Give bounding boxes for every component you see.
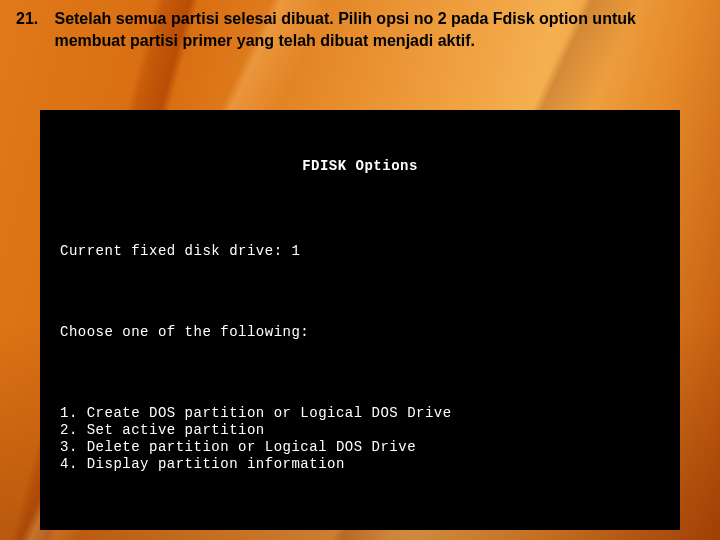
fdisk-terminal: FDISK Options Current fixed disk drive: … bbox=[40, 110, 680, 530]
option-1: 1. Create DOS partition or Logical DOS D… bbox=[60, 405, 452, 421]
slide: 21. Setelah semua partisi selesai dibuat… bbox=[0, 0, 720, 540]
option-3: 3. Delete partition or Logical DOS Drive bbox=[60, 439, 416, 455]
current-drive-line: Current fixed disk drive: 1 bbox=[60, 243, 660, 260]
option-2: 2. Set active partition bbox=[60, 422, 265, 438]
terminal-title: FDISK Options bbox=[60, 158, 660, 175]
choose-line: Choose one of the following: bbox=[60, 324, 660, 341]
options-list: 1. Create DOS partition or Logical DOS D… bbox=[60, 405, 660, 472]
step-text: Setelah semua partisi selesai dibuat. Pi… bbox=[54, 8, 686, 51]
option-4: 4. Display partition information bbox=[60, 456, 345, 472]
instruction-block: 21. Setelah semua partisi selesai dibuat… bbox=[16, 8, 692, 51]
step-number: 21. bbox=[16, 8, 50, 30]
